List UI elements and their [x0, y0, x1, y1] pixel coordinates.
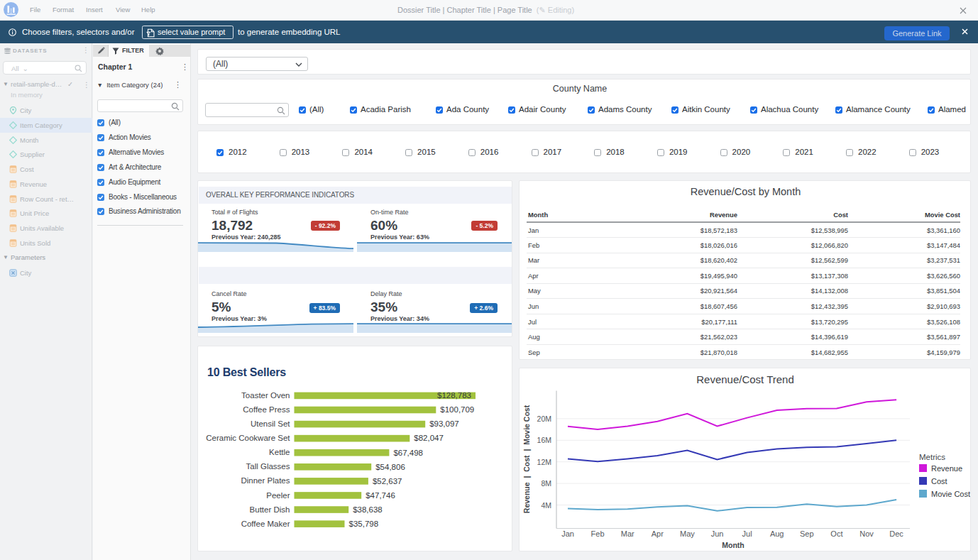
svg-text:8M: 8M [541, 479, 551, 488]
svg-text:Coffee Maker: Coffee Maker [241, 520, 290, 528]
svg-text:$128,783: $128,783 [437, 391, 471, 400]
svg-text:Jul: Jul [742, 529, 752, 538]
svg-text:$52,637: $52,637 [373, 477, 402, 485]
svg-text:Mar: Mar [621, 529, 634, 538]
svg-text:Jan: Jan [561, 529, 574, 538]
svg-text:$35,798: $35,798 [349, 520, 379, 528]
svg-text:Aug: Aug [770, 529, 784, 538]
svg-text:$47,746: $47,746 [366, 491, 395, 500]
svg-text:May: May [680, 529, 695, 538]
svg-text:Dec: Dec [889, 529, 903, 538]
svg-text:Nov: Nov [859, 529, 874, 538]
svg-text:$82,047: $82,047 [414, 434, 444, 442]
svg-text:Utensil Set: Utensil Set [251, 419, 290, 428]
svg-text:Sep: Sep [800, 529, 814, 538]
svg-text:Kettle: Kettle [269, 448, 290, 456]
svg-text:Butter Dish: Butter Dish [250, 505, 290, 514]
svg-text:Toaster Oven: Toaster Oven [241, 391, 290, 400]
svg-text:4M: 4M [541, 501, 551, 510]
svg-text:Tall Glasses: Tall Glasses [246, 462, 290, 471]
svg-text:$67,498: $67,498 [393, 449, 423, 457]
svg-text:$38,638: $38,638 [353, 505, 383, 514]
svg-text:Dinner Plates: Dinner Plates [241, 476, 290, 485]
svg-text:Revenue | Cost | Movie Cos: Revenue | Cost | Movie Cost [522, 405, 531, 513]
svg-text:Revenue/Cost Trend: Revenue/Cost Trend [696, 373, 794, 385]
svg-text:Peeler: Peeler [266, 491, 290, 500]
svg-text:Apr: Apr [652, 529, 664, 538]
svg-text:Movie Cost: Movie Cost [931, 490, 970, 498]
svg-text:$93,097: $93,097 [429, 419, 459, 428]
svg-text:Jun: Jun [711, 529, 724, 538]
svg-text:$100,709: $100,709 [440, 405, 474, 414]
svg-text:Metrics: Metrics [919, 453, 945, 461]
svg-text:Coffee Press: Coffee Press [243, 405, 290, 414]
svg-text:Oct: Oct [830, 529, 842, 538]
svg-text:16M: 16M [537, 436, 551, 444]
svg-text:Feb: Feb [591, 529, 605, 538]
svg-text:12M: 12M [537, 458, 551, 466]
svg-text:Cost: Cost [931, 477, 947, 485]
svg-text:20M: 20M [537, 414, 551, 423]
svg-text:Revenue: Revenue [931, 464, 962, 473]
svg-text:$54,806: $54,806 [375, 463, 405, 471]
svg-text:Ceramic Cookware Set: Ceramic Cookware Set [206, 434, 290, 442]
svg-text:Month: Month [722, 541, 745, 549]
